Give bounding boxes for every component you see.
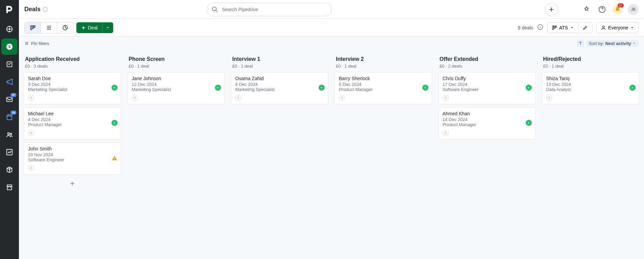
svg-rect-5	[7, 97, 13, 102]
next-activity-icon[interactable]	[526, 120, 532, 126]
column-header: Phone Screen £0 · 1 deal	[125, 54, 227, 72]
sidebar-item-leads[interactable]: 37	[1, 91, 18, 108]
next-activity-icon[interactable]	[319, 85, 325, 91]
column-title: Application Received	[25, 56, 120, 62]
column-title: Offer Extended	[440, 56, 535, 62]
card-name: Chris Duffy	[443, 76, 531, 81]
sidebar-item-contacts[interactable]	[1, 126, 18, 143]
card-role: Product Manager	[443, 122, 531, 127]
card-avatar	[443, 95, 449, 101]
card-role: Software Engineer	[28, 157, 117, 162]
pipeline-selector[interactable]: ATS	[548, 23, 578, 33]
card-role: Marketing Specialist	[235, 87, 324, 92]
sidebar-item-activities[interactable]: 16	[1, 109, 18, 125]
card-name: Shiza Tariq	[546, 76, 635, 81]
card-role: Product Manager	[28, 122, 117, 127]
chevron-down-icon	[630, 26, 634, 30]
sidebar-item-projects[interactable]	[1, 56, 18, 72]
deal-card[interactable]: Ahmed Khan 14 Dec 2024 Product Manager	[438, 107, 536, 140]
notifications[interactable]: 1+	[612, 4, 623, 15]
list-view-button[interactable]	[41, 22, 57, 33]
user-filter-button[interactable]: Everyone	[596, 22, 639, 33]
sort-direction-button[interactable]	[577, 40, 584, 47]
next-activity-icon[interactable]	[112, 120, 118, 126]
svg-rect-15	[34, 26, 35, 27]
card-date: 17 Dec 2024	[443, 82, 531, 87]
deal-card[interactable]: Shiza Tariq 13 Dec 2024 Data Analyst	[542, 72, 639, 104]
add-deal-button[interactable]: Deal	[76, 22, 102, 33]
sales-assistant-icon[interactable]	[581, 4, 592, 15]
column-header: Interview 1 £0 · 1 deal	[229, 54, 330, 72]
sidebar-item-deals[interactable]: $	[1, 39, 18, 55]
svg-rect-25	[114, 158, 115, 159]
card-name: Barry Sherlock	[339, 76, 428, 81]
forecast-view-button[interactable]	[57, 22, 73, 33]
card-role: Marketing Specialist	[132, 87, 221, 92]
search-input[interactable]	[207, 3, 332, 16]
column-header: Interview 2 £0 · 1 deal	[332, 54, 434, 72]
card-role: Software Engineer	[443, 87, 531, 92]
app-logo[interactable]	[3, 3, 16, 16]
svg-point-30	[445, 97, 446, 98]
deal-card[interactable]: Barry Sherlock 5 Dec 2024 Product Manage…	[335, 72, 432, 104]
sidebar-item-insights[interactable]	[1, 144, 18, 160]
kanban-column: Interview 1 £0 · 1 deal Osama Zahid 6 De…	[229, 54, 330, 255]
svg-text:$: $	[8, 45, 10, 49]
edit-pipeline-button[interactable]	[578, 23, 592, 33]
pipeline-view-button[interactable]	[25, 22, 41, 33]
deal-card[interactable]: Jane Johnson 12 Dec 2024 Marketing Speci…	[127, 72, 225, 104]
deal-count: 9 deals	[518, 25, 533, 30]
svg-point-29	[341, 97, 342, 98]
deal-card[interactable]: Sarah Doe 3 Dec 2024 Marketing Specialis…	[24, 72, 121, 104]
svg-point-8	[10, 133, 12, 135]
sidebar-item-products[interactable]	[1, 162, 18, 178]
column-title: Interview 2	[336, 56, 431, 62]
activities-badge: 16	[10, 110, 17, 115]
sort-value: Next activity	[605, 41, 631, 46]
column-title: Hired/Rejected	[543, 56, 638, 62]
deal-card[interactable]: Osama Zahid 6 Dec 2024 Marketing Special…	[231, 72, 328, 104]
add-deal-dropdown[interactable]	[102, 22, 113, 33]
svg-point-28	[238, 97, 239, 98]
deal-card[interactable]: Michael Lee 4 Dec 2024 Product Manager	[24, 107, 121, 140]
card-avatar	[235, 95, 241, 101]
sidebar-item-marketplace[interactable]	[1, 179, 18, 195]
card-avatar	[546, 95, 552, 101]
sort-prefix: Sort by:	[589, 41, 604, 46]
info-icon[interactable]	[43, 7, 48, 12]
card-date: 3 Dec 2024	[28, 82, 117, 87]
column-meta: £0 · 2 deals	[440, 64, 535, 69]
next-activity-icon[interactable]	[215, 85, 221, 91]
next-activity-icon[interactable]	[629, 85, 636, 91]
add-card-button[interactable]	[24, 178, 121, 190]
pin-filters-label: Pin filters	[31, 41, 49, 46]
card-avatar	[28, 95, 34, 101]
warning-icon	[112, 155, 118, 161]
next-activity-icon[interactable]	[422, 85, 428, 91]
kanban-board: Application Received £0 · 3 deals Sarah …	[19, 50, 644, 259]
sidebar-item-campaigns[interactable]	[1, 74, 18, 90]
card-role: Data Analyst	[546, 87, 635, 92]
next-activity-icon[interactable]	[112, 85, 118, 91]
deal-card[interactable]: John Smith 29 Nov 2024 Software Engineer	[24, 142, 121, 175]
help-icon[interactable]	[597, 4, 608, 15]
sort-by-button[interactable]: Sort by: Next activity	[586, 40, 639, 47]
svg-rect-6	[7, 115, 12, 120]
pipeline-name: ATS	[559, 25, 568, 30]
toolbar: Deal 9 deals ATS Everyone	[19, 19, 644, 37]
next-activity-icon[interactable]	[526, 85, 532, 91]
add-deal-label: Deal	[88, 25, 98, 30]
pin-filters-button[interactable]: Pin filters	[24, 41, 49, 46]
user-avatar[interactable]: JB	[628, 4, 639, 15]
quick-add-button[interactable]	[545, 3, 558, 16]
sidebar-item-home[interactable]	[1, 21, 18, 37]
svg-rect-14	[32, 26, 33, 28]
deal-count-info-icon[interactable]	[537, 24, 543, 31]
svg-rect-18	[552, 26, 553, 29]
card-date: 6 Dec 2024	[235, 82, 324, 87]
svg-point-11	[213, 7, 217, 11]
deal-card[interactable]: Chris Duffy 17 Dec 2024 Software Enginee…	[438, 72, 536, 104]
column-header: Application Received £0 · 3 deals	[22, 54, 123, 72]
kanban-column: Interview 2 £0 · 1 deal Barry Sherlock 5…	[332, 54, 434, 255]
column-meta: £0 · 1 deal	[129, 64, 224, 69]
